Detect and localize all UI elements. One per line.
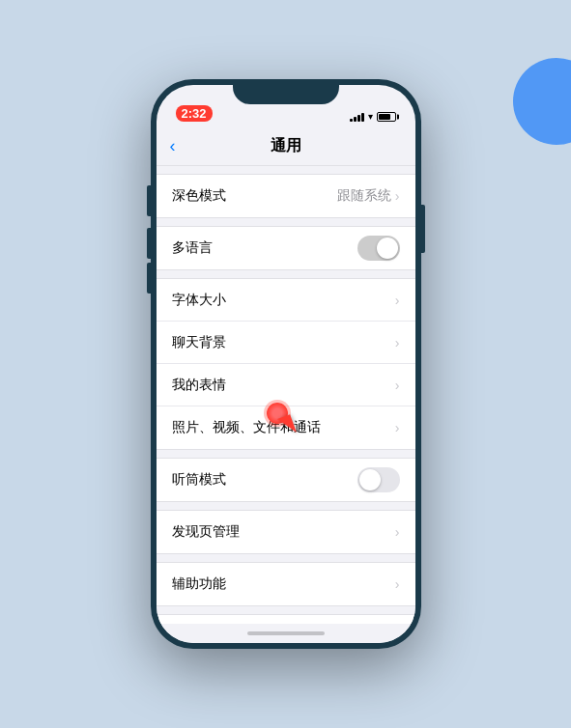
status-time: 2:32	[176, 105, 213, 122]
my-emoji-label: 我的表情	[172, 377, 395, 394]
back-button[interactable]: ‹	[170, 136, 176, 156]
language-label: 多语言	[172, 239, 357, 257]
spacer	[157, 166, 415, 174]
dark-mode-group: 深色模式 跟随系统 ›	[157, 174, 415, 218]
language-row[interactable]: 多语言	[157, 227, 415, 269]
battery-icon	[377, 112, 396, 122]
chevron-icon: ›	[395, 293, 400, 308]
discover-group: 发现页管理 ›	[157, 510, 415, 554]
status-icons: ▾	[350, 111, 396, 122]
home-bar	[247, 631, 325, 635]
accessibility-label: 辅助功能	[172, 575, 395, 593]
display-group: 字体大小 › 聊天背景 › 我的表情 › 照片、视频、文件和通话 ›	[157, 278, 415, 450]
font-size-label: 字体大小	[172, 292, 395, 309]
chevron-icon: ›	[395, 335, 400, 350]
font-size-row[interactable]: 字体大小 ›	[157, 279, 415, 322]
spacer	[157, 554, 415, 562]
media-label: 照片、视频、文件和通话	[172, 419, 395, 436]
earpiece-toggle[interactable]	[357, 467, 400, 492]
discover-page-row[interactable]: 发现页管理 ›	[157, 511, 415, 553]
background-circle	[513, 58, 571, 145]
accessibility-row[interactable]: 辅助功能 ›	[157, 563, 415, 605]
nav-header: ‹ 通用	[157, 127, 415, 166]
signal-icon	[350, 112, 364, 122]
chevron-icon: ›	[395, 524, 400, 540]
chevron-icon: ›	[395, 420, 400, 435]
dark-mode-row[interactable]: 深色模式 跟随系统 ›	[157, 175, 415, 217]
chat-bg-row[interactable]: 聊天背景 ›	[157, 322, 415, 364]
chevron-icon: ›	[395, 576, 400, 592]
earpiece-label: 听筒模式	[172, 471, 357, 489]
discover-page-label: 发现页管理	[172, 523, 395, 541]
spacer	[157, 606, 415, 614]
home-indicator	[157, 624, 415, 643]
chevron-icon: ›	[395, 378, 400, 393]
phone-frame: 2:32 ▾ ‹ 通用	[151, 79, 421, 649]
spacer	[157, 450, 415, 458]
chat-backup-group: 聊天记录备份与迁移 ›	[157, 614, 415, 624]
dark-mode-label: 深色模式	[172, 187, 337, 205]
chat-backup-row[interactable]: 聊天记录备份与迁移 ›	[157, 615, 415, 624]
page-title: 通用	[271, 136, 301, 156]
phone-notch	[233, 79, 339, 104]
spacer	[157, 218, 415, 226]
chevron-icon: ›	[395, 188, 400, 204]
dark-mode-value: 跟随系统	[337, 187, 391, 205]
my-emoji-row[interactable]: 我的表情 ›	[157, 364, 415, 406]
spacer	[157, 270, 415, 278]
spacer	[157, 502, 415, 510]
wifi-icon: ▾	[368, 111, 373, 122]
earpiece-group: 听筒模式	[157, 458, 415, 502]
chat-bg-label: 聊天背景	[172, 334, 395, 351]
language-group: 多语言	[157, 226, 415, 270]
accessibility-group: 辅助功能 ›	[157, 562, 415, 606]
language-toggle[interactable]	[357, 236, 400, 261]
media-row[interactable]: 照片、视频、文件和通话 ›	[157, 406, 415, 449]
phone-screen: 2:32 ▾ ‹ 通用	[157, 85, 415, 643]
earpiece-row[interactable]: 听筒模式	[157, 459, 415, 501]
settings-list: 深色模式 跟随系统 › 多语言	[157, 166, 415, 624]
